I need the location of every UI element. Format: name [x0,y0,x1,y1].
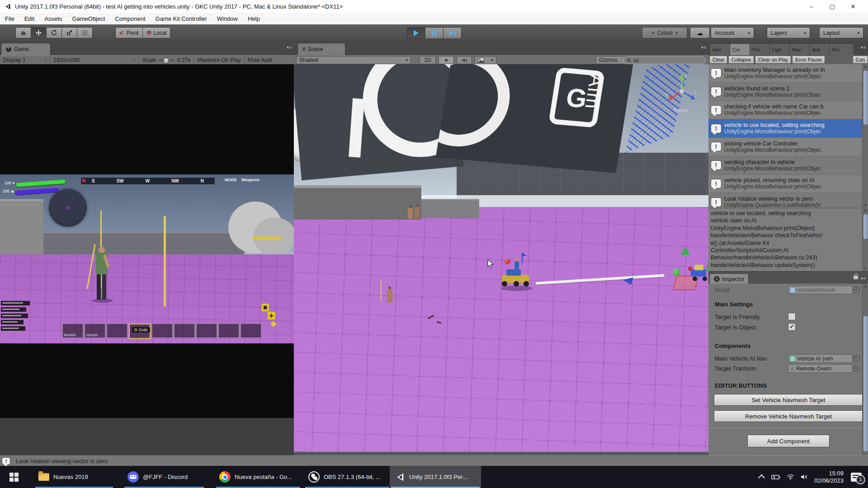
menu-assets[interactable]: Assets [39,13,67,24]
console-log-row-selected[interactable]: ! vehicle to use located, setting search… [708,119,862,138]
lock-icon[interactable] [854,276,858,279]
hand-tool-button[interactable] [15,27,31,38]
close-button[interactable]: ✕ [843,0,863,13]
perspective-label[interactable]: Persp [675,108,688,113]
tab-profiler[interactable]: Pro [829,43,854,55]
scroll-up-icon[interactable]: ▲ [863,284,868,289]
display-selector[interactable]: Display 1 ↕ [0,56,50,65]
layout-dropdown[interactable]: Layout ▾ [819,27,863,38]
vehicle-ai-nav-field[interactable]: Vehicle AI (veh [788,354,853,363]
console-log-row[interactable]: ! sending character to vehicleUnityEngin… [708,156,862,175]
status-bar[interactable]: ! Look rotation viewing vector is zero [0,455,868,466]
resolution-selector[interactable]: 868x488 ↕ [50,56,139,65]
scale-tool-button[interactable] [61,27,77,38]
menu-help[interactable]: Help [243,13,265,24]
scale-slider[interactable] [159,60,175,61]
taskbar-item-discord[interactable]: @FJFF - Discord [123,466,205,488]
minimize-button[interactable]: – [801,0,822,13]
game-panel-menu-icon[interactable]: ▾≡ [287,45,292,50]
console-panel-menu-icon[interactable]: ▾≡ [861,45,866,50]
local-toggle-button[interactable]: Local [142,27,171,38]
scroll-up-icon[interactable]: ▲ [863,208,868,213]
scene-orientation-gizmo[interactable]: y x z [665,72,699,108]
object-picker-icon[interactable] [853,286,860,293]
menu-file[interactable]: File [0,13,19,24]
tray-expand-icon[interactable] [758,474,765,482]
menu-gameobject[interactable]: GameObject [67,13,110,24]
scroll-down-icon[interactable]: ▼ [863,266,868,271]
taskbar-item-chrome[interactable]: Nueva pestaña - Go... [215,466,302,488]
menu-game-kit-controller[interactable]: Game Kit Controller [151,13,212,24]
menu-window[interactable]: Window [212,13,243,24]
scene-search-field[interactable]: All [623,56,706,64]
game-viewport[interactable]: 100 ♥ 100 ◉ S SW W NW N MODE Weapons [0,64,294,418]
object-picker-icon[interactable] [853,355,860,362]
inspector-scroll-thumb[interactable] [863,315,868,452]
script-field[interactable]: remoteVehicleN [788,286,853,294]
maximize-button[interactable]: ▢ [822,0,843,13]
console-scrollbar[interactable]: ▲ ▼ [862,64,868,208]
play-button[interactable] [407,27,425,39]
2d-toggle[interactable]: 2D [420,56,436,64]
tab-scene[interactable]: # Scene [297,43,345,55]
console-log-row[interactable]: ! Look rotation viewing vector is zeroUn… [708,193,862,208]
wifi-icon[interactable] [787,474,794,480]
target-transform-field[interactable]: Remote Overri [788,364,853,373]
scene-panel-menu-icon[interactable]: ▾≡ [701,45,707,50]
console-detail-pane[interactable]: vehicle to use located, setting searchin… [708,208,864,273]
taskbar-item-unity[interactable]: Unity 2017.1.0f3 Per... [390,466,481,488]
action-center-icon[interactable]: 1 [851,473,862,482]
pivot-toggle-button[interactable]: Pivot [115,27,142,38]
add-component-button[interactable]: Add Component [747,435,830,447]
console-scroll-thumb[interactable] [863,70,868,125]
tab-inspector[interactable]: i Inspector [709,273,749,284]
console-log-row[interactable]: ! vehicles found on scene 2UnityEngine.M… [708,83,862,101]
gizmos-dropdown[interactable]: Gizmos ▾ [596,56,627,64]
inspector-menu-icon[interactable]: ▾≡ [861,276,866,281]
error-pause-button[interactable]: Error Pause [792,56,825,64]
move-tool-button[interactable] [31,27,46,38]
clear-on-play-button[interactable]: Clear on Play [755,56,791,64]
step-button[interactable] [443,27,462,39]
draw-mode-dropdown[interactable]: Shaded ▾ [296,56,411,64]
object-picker-icon[interactable] [853,365,860,372]
scene-viewport[interactable]: G Aim [294,64,708,455]
mute-audio-toggle[interactable]: Mute Audi [245,56,275,65]
taskbar-item-obs[interactable]: OBS 27.1.3 (64-bit, ... [304,466,391,488]
collapse-button[interactable]: Collapse [728,56,754,64]
console-log-row[interactable]: ! vehicle picked, resuming state on AIUn… [708,175,862,193]
menu-edit[interactable]: Edit [19,13,39,24]
scroll-up-icon[interactable]: ▲ [863,64,868,69]
connected-player-button[interactable]: Con [853,56,868,64]
speaker-tray-icon[interactable] [801,474,808,480]
battery-icon[interactable] [771,474,780,480]
scroll-down-icon[interactable]: ▼ [863,203,868,208]
account-dropdown[interactable]: Account ▾ [711,27,754,38]
detail-scrollbar[interactable]: ▲ ▼ [862,208,868,271]
lighting-toggle[interactable]: ☀ [439,56,454,64]
inspector-scrollbar[interactable]: ▲ [862,284,868,455]
clear-button[interactable]: Clear [709,56,727,64]
effects-dropdown[interactable]: ▾ [475,56,496,64]
detail-scroll-thumb[interactable] [863,214,868,239]
console-log-row[interactable]: ! picking vehicle Car ControllerUnityEng… [708,138,862,156]
scale-slider-knob[interactable] [163,58,169,64]
remove-vehicle-navmesh-target-button[interactable]: Remove Vehicle Navmesh Target [714,410,863,422]
console-log-row[interactable]: ! Main Inventory Manager is already on t… [708,64,862,83]
collab-dropdown[interactable]: ✔ Collab ▾ [642,27,687,38]
audio-toggle[interactable] [457,56,472,64]
tab-game[interactable]: Game [1,43,51,55]
rect-tool-button[interactable] [77,27,93,38]
maximize-on-play-toggle[interactable]: Maximize On Play [194,56,245,65]
layers-dropdown[interactable]: Layers ▾ [767,27,810,38]
set-vehicle-navmesh-target-button[interactable]: Set Vehicle Navmesh Target [714,394,863,406]
target-friendly-checkbox[interactable] [788,313,796,320]
taskbar-item-explorer[interactable]: Nuevas 2019 [34,466,114,488]
cloud-services-button[interactable]: ☁ [690,27,710,38]
console-log-row[interactable]: ! checking if vehicle with name Car can … [708,101,862,120]
target-object-checkbox[interactable]: ✓ [788,323,796,331]
rotate-tool-button[interactable] [46,27,61,38]
menu-component[interactable]: Component [110,13,150,24]
start-button[interactable] [0,466,28,488]
clock[interactable]: 15:09 02/06/2023 [814,470,844,484]
